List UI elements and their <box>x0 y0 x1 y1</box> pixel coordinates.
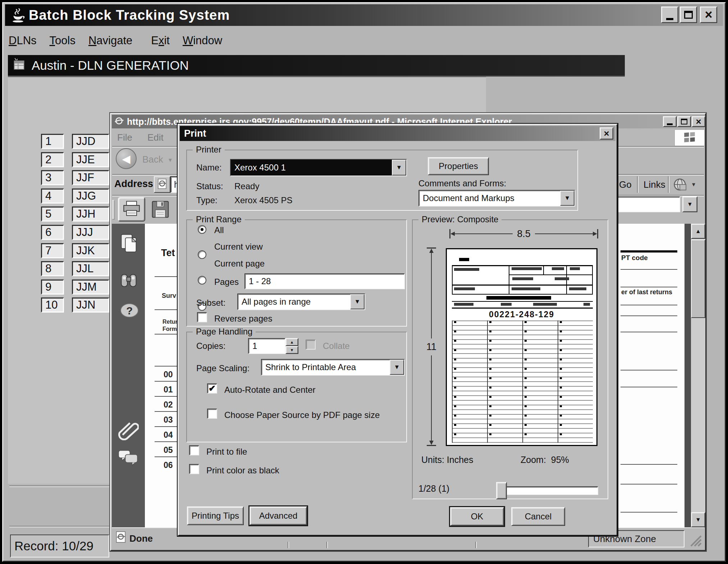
range-current-page-radio[interactable] <box>198 276 206 285</box>
dln-row-code[interactable]: JJM <box>72 279 109 295</box>
subset-dropdown-icon[interactable]: ▼ <box>350 294 365 309</box>
acrobat-combo[interactable] <box>616 196 680 212</box>
menu-dlns[interactable]: DLNs <box>9 34 37 47</box>
menu-tools[interactable]: Tools <box>50 34 75 47</box>
comments-forms-dropdown-icon[interactable]: ▼ <box>560 191 574 206</box>
back-dropdown-icon[interactable]: ▼ <box>168 157 173 163</box>
dln-row-number[interactable]: 10 <box>41 297 64 313</box>
range-current-view-radio[interactable] <box>198 250 206 259</box>
main-titlebar[interactable]: Batch Block Tracking System <box>5 4 723 26</box>
menu-navigate[interactable]: Navigate <box>88 34 132 47</box>
dln-row-code[interactable]: JJG <box>72 188 109 204</box>
cancel-button[interactable]: Cancel <box>511 507 565 526</box>
reverse-pages-label[interactable]: Reverse pages <box>214 314 272 324</box>
dln-row-number[interactable]: 9 <box>41 279 64 295</box>
subset-combo[interactable]: All pages in range ▼ <box>237 294 365 310</box>
globe-icon[interactable] <box>672 177 687 194</box>
dln-row-code[interactable]: JJN <box>72 297 109 313</box>
range-all-label[interactable]: All <box>214 225 224 235</box>
print-button[interactable] <box>118 197 145 222</box>
scroll-up-button[interactable]: ▲ <box>691 224 705 239</box>
dln-row-number[interactable]: 7 <box>41 243 64 258</box>
minimize-button[interactable] <box>661 6 678 23</box>
toolbar-grip[interactable] <box>112 200 115 219</box>
scroll-down-button[interactable]: ▼ <box>691 512 705 527</box>
print-dialog-titlebar[interactable]: Print <box>180 126 615 141</box>
ie-minimize-button[interactable] <box>663 116 677 127</box>
dln-row-number[interactable]: 1 <box>41 134 64 149</box>
copies-up-button[interactable]: ▲ <box>285 338 298 346</box>
dln-row-code[interactable]: JJK <box>72 243 109 258</box>
range-current-page-label[interactable]: Current page <box>214 259 265 269</box>
dln-row-code[interactable]: JJH <box>72 206 109 222</box>
dln-row-number[interactable]: 2 <box>41 152 64 167</box>
pages-panel-icon[interactable] <box>119 232 139 256</box>
preview-page: 00221-248-129 <box>446 248 597 446</box>
page-scaling-dropdown-icon[interactable]: ▼ <box>390 360 404 375</box>
printing-tips-button[interactable]: Printing Tips <box>187 506 244 525</box>
print-to-file-checkbox[interactable] <box>189 445 199 455</box>
search-icon[interactable] <box>119 270 139 291</box>
back-button[interactable]: ◀ <box>116 148 137 169</box>
dln-window-titlebar[interactable]: Austin - DLN GENERATION <box>8 55 625 77</box>
ok-button[interactable]: OK <box>450 507 504 526</box>
attachments-icon[interactable] <box>118 418 139 442</box>
dln-row-code[interactable]: JJF <box>72 170 109 185</box>
paper-source-label[interactable]: Choose Paper Source by PDF page size <box>224 410 380 420</box>
resize-grip[interactable] <box>686 532 702 549</box>
links-dropdown-icon[interactable]: ▼ <box>691 181 696 187</box>
dln-row-number[interactable]: 5 <box>41 206 64 222</box>
auto-rotate-label[interactable]: Auto-Rotate and Center <box>224 385 316 395</box>
printer-name-dropdown-icon[interactable]: ▼ <box>392 160 406 176</box>
print-color-black-checkbox[interactable] <box>189 464 199 474</box>
copies-down-button[interactable]: ▼ <box>285 346 298 354</box>
preview-width-value: 8.5 <box>513 228 535 240</box>
dln-row-code[interactable]: JJD <box>72 134 109 149</box>
pdf-right-note: er of last returns <box>621 288 672 296</box>
properties-button[interactable]: Properties <box>428 157 489 175</box>
copies-input[interactable]: 1 <box>248 338 285 354</box>
dln-row-code[interactable]: JJL <box>72 261 109 276</box>
ie-maximize-button[interactable] <box>677 116 691 127</box>
ie-close-button[interactable]: × <box>692 116 705 127</box>
dln-row-number[interactable]: 6 <box>41 225 64 240</box>
save-button[interactable] <box>149 199 172 221</box>
help-icon[interactable]: ? <box>119 302 139 320</box>
close-button[interactable]: × <box>700 6 717 23</box>
dln-row-number[interactable]: 3 <box>41 170 64 185</box>
pages-input[interactable]: 1 - 28 <box>244 273 405 289</box>
pdf-line <box>155 441 178 442</box>
printer-name-combo[interactable]: Xerox 4500 1 ▼ <box>230 159 407 176</box>
range-current-view-label[interactable]: Current view <box>214 242 263 252</box>
page-scaling-combo[interactable]: Shrink to Printable Area ▼ <box>261 359 405 376</box>
comments-icon[interactable] <box>117 448 139 468</box>
record-status-text: Record: 10/29 <box>14 539 93 553</box>
ie-menu-file[interactable]: File <box>117 132 132 143</box>
go-button[interactable]: Go <box>619 179 632 190</box>
preview-art <box>452 308 593 309</box>
dln-row-number[interactable]: 4 <box>41 188 64 204</box>
back-label[interactable]: Back <box>142 154 163 165</box>
print-dialog-close-button[interactable]: × <box>600 127 613 140</box>
maximize-button[interactable] <box>680 6 697 23</box>
ie-menu-edit[interactable]: Edit <box>147 132 164 143</box>
preview-slider-track[interactable] <box>496 486 598 495</box>
acrobat-combo-arrow[interactable]: ▼ <box>682 196 697 212</box>
dln-row-code[interactable]: JJE <box>72 152 109 167</box>
reverse-pages-checkbox[interactable] <box>197 312 207 322</box>
dln-row-number[interactable]: 8 <box>41 261 64 276</box>
menu-window[interactable]: Window <box>183 34 222 47</box>
comments-forms-combo[interactable]: Document and Markups ▼ <box>418 190 575 206</box>
print-to-file-label[interactable]: Print to file <box>206 447 247 457</box>
preview-slider-thumb[interactable] <box>496 482 507 499</box>
menu-exit[interactable]: Exit <box>151 34 170 47</box>
range-pages-label[interactable]: Pages <box>214 277 239 287</box>
links-button[interactable]: Links <box>644 179 665 190</box>
dln-row-code[interactable]: JJJ <box>72 225 109 240</box>
paper-source-checkbox[interactable] <box>207 409 217 419</box>
print-color-black-label[interactable]: Print color as black <box>206 465 279 476</box>
scroll-thumb[interactable] <box>691 240 705 318</box>
advanced-button[interactable]: Advanced <box>249 506 307 525</box>
range-all-radio[interactable] <box>198 225 206 234</box>
auto-rotate-checkbox[interactable]: ✔ <box>207 383 217 394</box>
